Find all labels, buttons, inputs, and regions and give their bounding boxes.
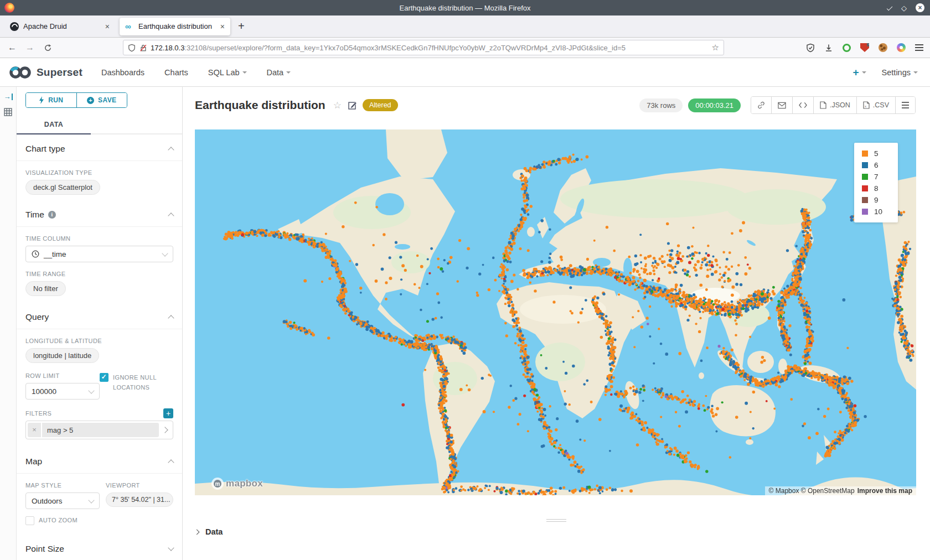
- minimize-icon[interactable]: [887, 5, 892, 11]
- maximize-icon[interactable]: ◇: [901, 4, 907, 12]
- favorite-star-icon[interactable]: ☆: [333, 100, 342, 111]
- tab-data[interactable]: DATA: [17, 116, 91, 134]
- nav-item-data[interactable]: Data: [267, 68, 291, 77]
- run-label: RUN: [48, 96, 63, 104]
- superset-logo[interactable]: Superset: [9, 66, 82, 79]
- expand-panel-icon[interactable]: →: [4, 94, 13, 100]
- mapbox-icon: m: [211, 478, 224, 490]
- nav-item-charts[interactable]: Charts: [164, 68, 188, 77]
- tab-close-icon[interactable]: ×: [105, 22, 110, 31]
- tab-apache-druid[interactable]: Apache Druid ×: [4, 18, 115, 35]
- forward-button[interactable]: →: [21, 43, 39, 53]
- open-filter-icon[interactable]: [159, 428, 171, 432]
- extension-green-icon[interactable]: [843, 44, 851, 52]
- embed-code-button[interactable]: [792, 97, 813, 113]
- section-query[interactable]: Query: [25, 303, 173, 329]
- plus-circle-icon: +: [87, 97, 94, 104]
- legend-label: 9: [874, 196, 879, 204]
- auto-zoom-row[interactable]: AUTO ZOOM: [25, 516, 106, 526]
- shield-icon[interactable]: [128, 44, 136, 52]
- clock-icon: [32, 250, 39, 258]
- settings-menu[interactable]: Settings: [882, 68, 918, 77]
- viewport-label: VIEWPORT: [106, 482, 173, 489]
- dataset-grid-icon[interactable]: [4, 108, 12, 116]
- viz-type-value[interactable]: deck.gl Scatterplot: [25, 180, 100, 195]
- legend-label: 6: [874, 161, 879, 169]
- viewport-value[interactable]: 7° 35' 54.02" | 31...: [106, 492, 173, 507]
- section-chart-type[interactable]: Chart type: [25, 134, 173, 160]
- data-panel-label: Data: [205, 527, 223, 536]
- copy-link-button[interactable]: [751, 97, 771, 113]
- settings-label: Settings: [882, 68, 911, 77]
- section-time[interactable]: Timei: [25, 200, 173, 226]
- auto-zoom-checkbox[interactable]: [25, 516, 34, 525]
- address-bar[interactable]: 172.18.0.3:32108/superset/explore/?form_…: [123, 40, 724, 55]
- tab-earthquake-distribution[interactable]: ∞ Earthquake distribution ×: [120, 18, 230, 35]
- map-style-select[interactable]: Outdoors: [25, 492, 100, 509]
- row-limit-select[interactable]: 100000: [25, 383, 100, 400]
- lonlat-value[interactable]: longitude | latitude: [25, 348, 99, 363]
- legend-label: 10: [874, 208, 882, 216]
- nav-item-label: Data: [267, 68, 284, 77]
- time-range-value[interactable]: No filter: [25, 281, 66, 296]
- legend-row[interactable]: 7: [854, 171, 898, 183]
- cookie-extension-icon[interactable]: [879, 43, 887, 52]
- new-item-button[interactable]: +: [852, 66, 866, 79]
- control-panel: RUN + SAVE DATA Chart type VISUALIZATION…: [17, 87, 183, 560]
- url-host: 172.18.0.3: [151, 44, 184, 52]
- download-icon[interactable]: [824, 43, 833, 53]
- ignore-null-checkbox[interactable]: ✓: [100, 373, 108, 382]
- section-point-size[interactable]: Point Size: [25, 535, 173, 560]
- add-filter-button[interactable]: +: [163, 408, 173, 418]
- email-button[interactable]: [771, 97, 792, 113]
- nav-item-dashboards[interactable]: Dashboards: [101, 68, 144, 77]
- time-range-label: TIME RANGE: [25, 271, 173, 277]
- url-text: 172.18.0.3:32108/superset/explore/?form_…: [151, 44, 709, 52]
- ignore-null-checkbox-row[interactable]: ✓ IGNORE NULL LOCATIONS: [100, 373, 174, 392]
- section-title: Map: [25, 457, 42, 466]
- nav-item-sql-lab[interactable]: SQL Lab: [208, 68, 247, 77]
- ublock-extension-icon[interactable]: 2: [860, 43, 869, 52]
- improve-map-link[interactable]: Improve this map: [857, 487, 912, 495]
- colorwheel-extension-icon[interactable]: [897, 43, 906, 52]
- section-map[interactable]: Map: [25, 447, 173, 473]
- legend-row[interactable]: 5: [854, 148, 898, 159]
- insecure-lock-icon[interactable]: [140, 44, 147, 52]
- altered-badge[interactable]: Altered: [363, 99, 398, 111]
- legend-swatch-icon: [862, 197, 868, 203]
- file-icon: x: [863, 101, 870, 109]
- legend-row[interactable]: 6: [854, 159, 898, 171]
- resize-drag-handle[interactable]: [546, 519, 566, 522]
- protections-shield-icon[interactable]: [806, 43, 815, 53]
- druid-favicon-icon: [10, 22, 19, 31]
- caret-down-icon: [242, 71, 247, 74]
- filter-chip[interactable]: × mag > 5: [28, 423, 159, 437]
- chart-menu-button[interactable]: [895, 97, 915, 113]
- chevron-right-icon: [194, 529, 200, 535]
- chevron-down-icon: [88, 387, 94, 393]
- export-csv-button[interactable]: x .CSV: [856, 97, 895, 113]
- chevron-right-icon: [162, 427, 168, 433]
- attribution-text[interactable]: © Mapbox © OpenStreetMap: [769, 487, 855, 495]
- mapbox-logo[interactable]: m mapbox: [211, 478, 263, 490]
- run-button[interactable]: RUN: [26, 93, 77, 107]
- remove-filter-icon[interactable]: ×: [28, 423, 42, 437]
- time-column-select[interactable]: __time: [25, 246, 173, 262]
- firefox-menu-icon[interactable]: [915, 44, 923, 51]
- reload-button[interactable]: [39, 44, 56, 52]
- bookmark-star-icon[interactable]: ☆: [712, 43, 719, 53]
- superset-favicon-icon: ∞: [125, 22, 134, 31]
- legend-row[interactable]: 9: [854, 194, 898, 206]
- data-panel-toggle[interactable]: Data: [195, 527, 223, 536]
- legend-row[interactable]: 10: [854, 206, 898, 217]
- tab-label: Earthquake distribution: [138, 22, 217, 30]
- back-button[interactable]: ←: [3, 43, 21, 53]
- new-tab-button[interactable]: +: [238, 20, 245, 33]
- save-button[interactable]: + SAVE: [77, 93, 127, 107]
- legend-row[interactable]: 8: [854, 183, 898, 194]
- close-window-icon[interactable]: ×: [916, 3, 924, 12]
- deckgl-scatterplot-map[interactable]: 5678910 m mapbox © Mapbox © OpenStreetMa…: [195, 129, 916, 495]
- edit-title-icon[interactable]: [348, 101, 357, 110]
- tab-close-icon[interactable]: ×: [220, 22, 225, 31]
- export-json-button[interactable]: .JSON: [813, 97, 856, 113]
